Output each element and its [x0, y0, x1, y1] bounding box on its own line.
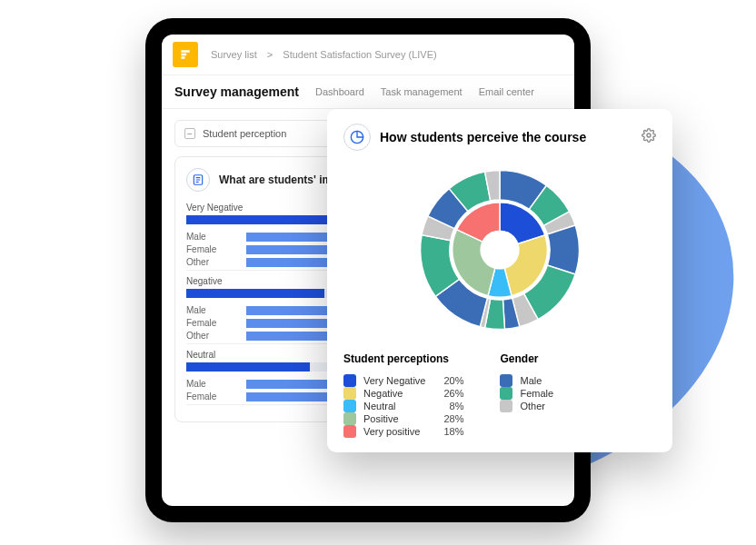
- legend-a-title: Student perceptions: [343, 352, 463, 365]
- legend-swatch: [343, 387, 356, 400]
- breadcrumb[interactable]: Survey list > Student Satisfaction Surve…: [207, 49, 441, 60]
- svg-point-4: [647, 134, 651, 137]
- legend-swatch: [343, 412, 356, 425]
- legend-label: Negative: [363, 388, 403, 399]
- legend-pct: 8%: [433, 401, 463, 411]
- breadcrumb-sep: >: [267, 49, 273, 60]
- legend-label: Other: [520, 401, 545, 411]
- settings-button[interactable]: [642, 128, 656, 146]
- legend-gender: Gender MaleFemaleOther: [500, 352, 553, 438]
- sunburst-svg: [413, 164, 586, 336]
- document-icon: [192, 173, 204, 186]
- gear-icon: [642, 128, 656, 143]
- popup-header: How students perceive the course: [343, 124, 656, 151]
- chart-popup: How students perceive the course Student…: [327, 109, 672, 452]
- tab-row: Survey management Dashboard Task managem…: [162, 75, 574, 109]
- sub-label: Female: [186, 244, 237, 254]
- tab-dashboard[interactable]: Dashboard: [315, 86, 364, 97]
- legend-swatch: [500, 374, 512, 387]
- legend-row: Neutral8%: [343, 400, 463, 412]
- legend-label: Male: [520, 375, 542, 386]
- legend-swatch: [343, 425, 356, 438]
- sub-label: Female: [186, 318, 237, 328]
- legend-row: Other: [500, 400, 553, 412]
- legend-label: Neutral: [363, 401, 395, 411]
- legend-label: Positive: [363, 413, 399, 424]
- legend-row: Very Negative20%: [343, 374, 463, 387]
- legend-row: Very positive18%: [343, 425, 463, 438]
- sunburst-chart: [343, 164, 656, 336]
- legends: Student perceptions Very Negative20%Nega…: [343, 352, 656, 438]
- question-icon: [186, 168, 210, 192]
- breadcrumb-current[interactable]: Student Satisfaction Survey (LIVE): [283, 49, 436, 60]
- legend-label: Very positive: [363, 426, 420, 437]
- legend-perceptions: Student perceptions Very Negative20%Nega…: [343, 352, 463, 438]
- tab-task-management[interactable]: Task management: [381, 86, 463, 97]
- sub-label: Female: [186, 391, 237, 401]
- tab-email-center[interactable]: Email center: [479, 86, 534, 97]
- legend-label: Female: [520, 388, 553, 399]
- logo-icon: [179, 48, 192, 61]
- legend-row: Negative26%: [343, 387, 463, 400]
- legend-pct: 28%: [433, 413, 463, 424]
- legend-label: Very Negative: [363, 375, 425, 386]
- legend-pct: 20%: [433, 375, 463, 386]
- legend-b-title: Gender: [500, 352, 553, 365]
- page-title: Survey management: [174, 84, 299, 99]
- collapse-icon[interactable]: −: [184, 128, 195, 139]
- pie-chart-icon: [350, 130, 364, 144]
- sub-label: Male: [186, 305, 237, 315]
- app-logo[interactable]: [173, 42, 198, 67]
- section-title: Student perception: [203, 128, 286, 139]
- legend-swatch: [343, 400, 356, 412]
- breadcrumb-root[interactable]: Survey list: [211, 49, 257, 60]
- legend-row: Female: [500, 387, 553, 400]
- sub-label: Male: [186, 379, 237, 389]
- sub-label: Male: [186, 232, 237, 242]
- legend-row: Male: [500, 374, 553, 387]
- chart-icon-wrap: [343, 124, 371, 151]
- legend-swatch: [500, 387, 512, 400]
- legend-pct: 18%: [433, 426, 463, 437]
- sub-label: Other: [186, 257, 237, 267]
- top-bar: Survey list > Student Satisfaction Surve…: [162, 35, 574, 75]
- popup-title: How students perceive the course: [380, 130, 632, 144]
- legend-swatch: [500, 400, 512, 412]
- legend-pct: 26%: [433, 388, 463, 399]
- sub-label: Other: [186, 331, 237, 341]
- legend-swatch: [343, 374, 356, 387]
- legend-row: Positive28%: [343, 412, 463, 425]
- question-title: What are students' im: [219, 173, 332, 186]
